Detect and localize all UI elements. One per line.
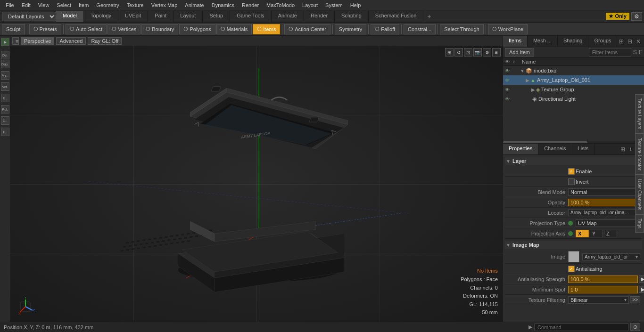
auto-select-button[interactable]: ⬡ Auto Select xyxy=(66,24,107,34)
tree-item-mesh[interactable]: 👁 ▶ ▲ Army_Laptop_Old_001 xyxy=(503,75,644,85)
layout-tab-animate[interactable]: Animate xyxy=(272,11,304,22)
enable-checkbox[interactable]: ✓ xyxy=(568,168,575,175)
vp-control-zoom-fit[interactable]: ⊡ xyxy=(464,48,472,57)
panel-tab-items[interactable]: Items xyxy=(503,36,528,47)
viewport-menu-btn[interactable]: ≡ xyxy=(12,37,19,45)
viewport-canvas[interactable]: ARMY LAPTOP No Items Polygons : Face Cha… xyxy=(10,46,503,322)
symmetry-button[interactable]: Symmetry xyxy=(335,24,367,34)
panel-close-icon[interactable]: ✕ xyxy=(635,38,642,45)
menu-edit[interactable]: Edit xyxy=(18,1,34,9)
vp-control-menu[interactable]: ≡ xyxy=(492,48,501,57)
materials-button[interactable]: ⬡ Materials xyxy=(216,24,252,34)
left-tool-1[interactable]: ▶ xyxy=(1,38,9,46)
action-center-button[interactable]: ⬡ Action Center xyxy=(284,24,330,34)
panel-expand-icon[interactable]: ⊞ xyxy=(618,38,625,45)
menu-layout[interactable]: Layout xyxy=(298,1,322,9)
props-tab-lists[interactable]: Lists xyxy=(572,144,595,154)
vp-control-camera[interactable]: 📷 xyxy=(473,48,482,57)
menu-geometry[interactable]: Geometry xyxy=(92,1,123,9)
layout-tab-layout[interactable]: Layout xyxy=(173,11,203,22)
left-tool-pol[interactable]: Pol. xyxy=(1,105,9,113)
left-tool-de[interactable]: De: xyxy=(1,51,9,59)
falloff-button[interactable]: ⬡ Falloff xyxy=(371,24,399,34)
invert-checkbox[interactable] xyxy=(568,178,575,185)
props-add-icon[interactable]: + xyxy=(627,146,634,153)
menu-item[interactable]: Item xyxy=(75,1,92,9)
menu-render[interactable]: Render xyxy=(238,1,263,9)
menu-texture[interactable]: Texture xyxy=(123,1,148,9)
menu-help[interactable]: Help xyxy=(347,1,365,9)
tex-filtering-more[interactable]: >> xyxy=(630,296,640,303)
right-tab-user-channels[interactable]: User Channels xyxy=(635,175,644,214)
proj-type-dropdown[interactable]: UV Map ▾ xyxy=(576,219,640,227)
tree-eye-light[interactable]: 👁 xyxy=(505,97,512,102)
menu-animate[interactable]: Animate xyxy=(181,1,207,9)
constraints-button[interactable]: Constrai... xyxy=(404,24,436,34)
menu-view[interactable]: View xyxy=(34,1,53,9)
workplane-button[interactable]: ⬡ WorkPlane xyxy=(488,24,528,34)
layout-dropdown[interactable]: Default Layouts xyxy=(2,12,56,21)
layout-tab-uvedit[interactable]: UVEdit xyxy=(118,11,148,22)
image-dropdown[interactable]: Army_laptop_old_ior ▾ xyxy=(582,253,640,260)
items-button[interactable]: ⬡ Items xyxy=(253,24,280,34)
min-spot-arrow[interactable]: ▶ xyxy=(639,286,644,293)
image-map-section-header[interactable]: ▼ Image Map xyxy=(505,241,642,249)
boundary-button[interactable]: ⬡ Boundary xyxy=(141,24,178,34)
filter-items-input[interactable] xyxy=(589,48,631,57)
layout-tab-setup[interactable]: Setup xyxy=(203,11,230,22)
command-submit-btn[interactable]: ⊙ xyxy=(630,323,640,331)
vp-control-settings[interactable]: ⚙ xyxy=(483,48,491,57)
vertices-button[interactable]: ⬡ Vertices xyxy=(107,24,140,34)
tex-filtering-dropdown[interactable]: Bilinear ▾ xyxy=(568,296,629,304)
layout-add-button[interactable]: + xyxy=(423,11,435,22)
layer-section-header[interactable]: ▼ Layer xyxy=(505,157,642,165)
command-input[interactable] xyxy=(534,324,628,331)
layout-tab-paint[interactable]: Paint xyxy=(148,11,173,22)
layout-tab-topology[interactable]: Topology xyxy=(84,11,118,22)
antialias-checkbox[interactable]: ✓ xyxy=(568,266,575,272)
proj-axis-y[interactable] xyxy=(590,230,603,237)
perspective-btn[interactable]: Perspective xyxy=(21,37,54,45)
panel-tab-mesh[interactable]: Mesh ... xyxy=(528,36,558,47)
menu-vertexmap[interactable]: Vertex Map xyxy=(148,1,182,9)
tree-item-texgrp[interactable]: 👁 ▶ ◈ Texture Group xyxy=(503,85,644,94)
blend-mode-dropdown[interactable]: Normal ▾ xyxy=(568,188,640,196)
vp-control-expand[interactable]: ⊞ xyxy=(445,48,454,57)
left-tool-mesh[interactable]: Me.. xyxy=(1,71,9,80)
layout-tab-gametools[interactable]: Game Tools xyxy=(230,11,272,22)
left-tool-vert[interactable]: Ver. xyxy=(1,82,9,91)
sculpt-button[interactable]: Sculpt xyxy=(2,24,25,34)
props-tab-channels[interactable]: Channels xyxy=(538,144,572,154)
add-item-button[interactable]: Add Item xyxy=(505,48,534,57)
items-s-button[interactable]: S xyxy=(633,49,637,56)
left-tool-e[interactable]: E.. xyxy=(1,94,9,102)
polygons-button[interactable]: ⬡ Polygons xyxy=(179,24,215,34)
proj-axis-z[interactable] xyxy=(604,230,617,237)
menu-select[interactable]: Select xyxy=(53,1,75,9)
left-tool-f[interactable]: F.. xyxy=(1,128,9,136)
layout-tab-render[interactable]: Render xyxy=(304,11,335,22)
layout-tab-scripting[interactable]: Scripting xyxy=(335,11,369,22)
layout-tab-schematic[interactable]: Schematic Fusion xyxy=(369,11,423,22)
right-tab-texture-layers[interactable]: Texture Layers xyxy=(635,94,644,134)
left-tool-c[interactable]: C.. xyxy=(1,116,9,125)
tree-eye-root[interactable]: 👁 xyxy=(505,68,512,73)
menu-maxtomodo[interactable]: MaxToModo xyxy=(263,1,298,9)
props-expand-icon[interactable]: ⊞ xyxy=(619,146,627,153)
vp-control-reset[interactable]: ↺ xyxy=(454,48,463,57)
menu-file[interactable]: File xyxy=(2,1,18,9)
antialias-strength-arrow[interactable]: ▶ xyxy=(639,275,644,283)
opacity-input[interactable] xyxy=(568,199,638,206)
gear-button[interactable]: ⚙ xyxy=(631,12,642,21)
right-tab-tags[interactable]: Tags xyxy=(635,214,644,233)
only-badge[interactable]: ★ Only xyxy=(606,13,629,20)
presets-button[interactable]: ⬡ Presets xyxy=(29,24,61,34)
props-tab-properties[interactable]: Properties xyxy=(503,144,538,154)
panel-tab-groups[interactable]: Groups xyxy=(588,36,617,47)
layout-tab-model[interactable]: Model xyxy=(56,11,84,22)
advanced-btn[interactable]: Advanced xyxy=(56,37,86,45)
antialias-strength-input[interactable] xyxy=(568,275,638,283)
panel-tab-shading[interactable]: Shading xyxy=(558,36,588,47)
panel-collapse-icon[interactable]: ⊟ xyxy=(626,38,634,45)
cmd-arrow[interactable]: ▶ xyxy=(528,324,532,330)
